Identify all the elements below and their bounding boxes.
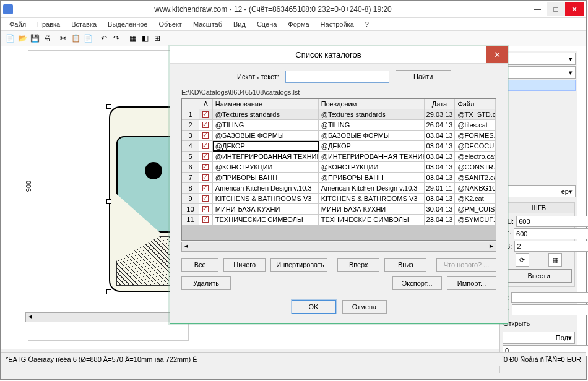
titlebar: www.kitchendraw.com - 12 - (Счёт=8634651…	[1, 1, 586, 18]
left-input[interactable]	[511, 292, 588, 303]
menu-help[interactable]: ?	[360, 19, 374, 29]
table-row[interactable]: 9KITCHENS & BATHROOMS V3KITCHENS & BATHR…	[182, 194, 496, 204]
menu-view[interactable]: Вид	[228, 19, 251, 29]
catalog-grid[interactable]: А Наименование Псевдоним Дата Файл 1@Tex…	[181, 98, 496, 241]
whats-new-button[interactable]: Что нового? ...	[436, 258, 496, 272]
statusbar: *EATG Óäëïàäÿ ïîëêà 6 (Ø=880 Ã=570 Â=10m…	[1, 352, 586, 366]
menu-insert[interactable]: Вставка	[66, 19, 102, 29]
calendar-icon[interactable]: ▦	[548, 253, 562, 267]
section-combo[interactable]: ▾	[503, 66, 576, 79]
height-input[interactable]	[514, 241, 588, 252]
dialog-title: Список каталогов	[170, 50, 486, 59]
search-label: Искать текст:	[237, 73, 279, 80]
tool-icon[interactable]: ⊞	[152, 33, 163, 44]
submit-button[interactable]: Внести	[506, 269, 572, 283]
finish-combo[interactable]: ер ▾	[503, 185, 576, 197]
menu-edit[interactable]: Правка	[32, 19, 65, 29]
drawing-canvas[interactable]	[28, 50, 189, 341]
menu-object[interactable]: Объект	[153, 19, 186, 29]
depth-input[interactable]	[514, 228, 588, 239]
tool-icon[interactable]: ▦	[127, 33, 138, 44]
move-up-button[interactable]: Вверх	[337, 258, 379, 272]
paste-icon[interactable]: 📄	[82, 33, 93, 44]
cancel-button[interactable]: Отмена	[342, 300, 387, 314]
menu-shape[interactable]: Форма	[283, 19, 314, 29]
table-row[interactable]: 8American Kitchen Design v.10.3American …	[182, 183, 496, 194]
redo-icon[interactable]: ↷	[111, 33, 122, 44]
grid-scrollbar[interactable]	[181, 242, 496, 252]
undo-icon[interactable]: ↶	[98, 33, 110, 44]
menu-settings[interactable]: Настройка	[316, 19, 359, 29]
table-row[interactable]: 7@ПРИБОРЫ ВАНН@ПРИБОРЫ ВАНН03.04.13@SANI…	[182, 173, 496, 183]
refresh-icon[interactable]: ⟳	[516, 253, 529, 267]
dimension-vertical: 900	[25, 181, 32, 192]
new-icon[interactable]: 📄	[4, 33, 15, 44]
toolbar: 📄 📂 💾 🖨 ✂ 📋 📄 ↶ ↷ ▦ ◧ ⊞	[1, 31, 586, 46]
menubar: Файл Правка Вставка Выделенное Объект Ма…	[1, 18, 586, 31]
dims-group-title: ШГВ	[503, 203, 574, 213]
table-row[interactable]: 1@Textures standards@Textures standards2…	[182, 109, 496, 120]
width-input[interactable]	[516, 216, 588, 227]
invert-button[interactable]: Инвертировать	[270, 258, 327, 272]
menu-file[interactable]: Файл	[4, 19, 31, 29]
move-down-button[interactable]: Вниз	[384, 258, 426, 272]
properties-panel: ▾ ▾ ер ▾ ШГВ Ш: Г: В: ⟳ ▦ Внести Л: П: О…	[499, 51, 577, 373]
cut-icon[interactable]: ✂	[58, 33, 69, 44]
tool-icon[interactable]: ◧	[139, 33, 150, 44]
catalog-path: E:\KD\Catalogs\863465108\catalogs.lst	[170, 87, 508, 97]
maximize-button[interactable]: □	[547, 2, 565, 16]
minimize-button[interactable]: —	[528, 2, 547, 16]
search-input[interactable]	[285, 71, 389, 83]
open-icon[interactable]: 📂	[17, 33, 28, 44]
save-icon[interactable]: 💾	[29, 33, 40, 44]
catalog-list-dialog: Список каталогов ✕ Искать текст: Найти E…	[170, 46, 508, 324]
table-row[interactable]: 5@ИНТЕГРИРОВАННАЯ ТЕХНИКА@ИНТЕГРИРОВАННА…	[182, 152, 496, 162]
import-button[interactable]: Импорт...	[447, 276, 496, 290]
copy-icon[interactable]: 📋	[70, 33, 81, 44]
app-icon	[3, 4, 13, 14]
status-right: Ì0 Ð0 Ñöåïà ñ ÏÄÑ=0 EUR	[502, 356, 581, 363]
export-button[interactable]: Экспорт...	[392, 276, 442, 290]
table-row[interactable]: 6@КОНСТРУКЦИИ@КОНСТРУКЦИИ03.04.13@CONSTR…	[182, 162, 496, 173]
table-row[interactable]: 2@TILING@TILING26.04.13@tiles.cat	[182, 120, 496, 131]
ok-button[interactable]: OK	[292, 300, 336, 314]
table-row[interactable]: 4@ДЕКОР@ДЕКОР03.04.13@DECOCU.	[182, 141, 496, 152]
right-input[interactable]	[512, 304, 588, 315]
table-row[interactable]: 10МИНИ-БАЗА КУХНИМИНИ-БАЗА КУХНИ30.04.13…	[182, 204, 496, 215]
select-all-button[interactable]: Все	[181, 258, 218, 272]
delete-button[interactable]: Удалить	[181, 276, 231, 290]
table-row[interactable]: 3@БАЗОВЫЕ ФОРМЫ@БАЗОВЫЕ ФОРМЫ03.04.13@FO…	[182, 131, 496, 141]
close-button[interactable]: ✕	[565, 2, 584, 16]
find-button[interactable]: Найти	[396, 70, 451, 83]
table-row[interactable]: 11ТЕХНИЧЕСКИЕ СИМВОЛЫТЕХНИЧЕСКИЕ СИМВОЛЫ…	[182, 215, 496, 225]
print-icon[interactable]: 🖨	[41, 33, 53, 44]
select-none-button[interactable]: Ничего	[223, 258, 266, 272]
dialog-close-button[interactable]: ✕	[486, 46, 508, 63]
menu-scale[interactable]: Масштаб	[188, 19, 227, 29]
under-combo[interactable]: Под ▾	[503, 332, 575, 344]
menu-scene[interactable]: Сцена	[252, 19, 282, 29]
item-list[interactable]	[503, 80, 576, 91]
catalog-combo[interactable]: ▾	[503, 53, 576, 65]
window-title: www.kitchendraw.com - 12 - (Счёт=8634651…	[18, 5, 528, 14]
status-left: *EATG Óäëïàäÿ ïîëêà 6 (Ø=880 Ã=570 Â=10m…	[6, 356, 197, 363]
menu-selection[interactable]: Выделенное	[103, 19, 152, 29]
